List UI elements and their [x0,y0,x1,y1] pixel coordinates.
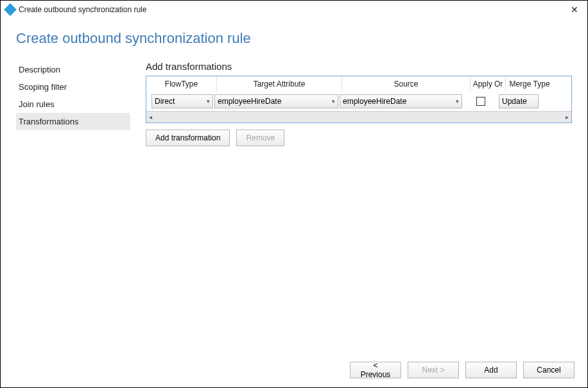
content: Create outbound synchronization rule Des… [1,19,587,146]
source-dropdown[interactable]: employeeHireDate ▾ [340,94,462,108]
next-button[interactable]: Next > [408,362,459,378]
target-attribute-dropdown[interactable]: employeeHireDate ▾ [214,94,338,108]
sidebar-item-join-rules[interactable]: Join rules [16,96,130,113]
transformations-table: FlowType Target Attribute Source Apply O… [146,76,572,123]
horizontal-scrollbar[interactable]: ◂ ▸ [146,111,571,122]
window-title: Create outbound synchronization rule [19,5,567,14]
app-icon [4,3,17,16]
sidebar-item-scoping-filter[interactable]: Scoping filter [16,78,130,96]
sidebar-item-transformations[interactable]: Transformations [16,113,130,130]
add-transformation-button[interactable]: Add transformation [146,130,230,146]
chevron-down-icon: ▾ [332,98,335,105]
flowtype-dropdown[interactable]: Direct ▾ [151,94,213,108]
col-flowtype[interactable]: FlowType [146,76,217,92]
chevron-down-icon: ▾ [456,98,459,105]
apply-once-cell [463,97,497,106]
table-row[interactable]: Direct ▾ employeeHireDate ▾ employeeHire… [146,92,571,111]
wizard-footer: < Previous Next > Add Cancel [350,362,575,378]
close-icon[interactable]: ✕ [567,3,582,16]
remove-button[interactable]: Remove [236,130,284,146]
cancel-button[interactable]: Cancel [523,362,575,378]
apply-once-checkbox[interactable] [476,97,485,106]
titlebar: Create outbound synchronization rule ✕ [1,1,587,19]
col-target-attribute[interactable]: Target Attribute [217,76,342,92]
col-merge-type[interactable]: Merge Type [506,76,553,92]
page-title: Create outbound synchronization rule [16,30,572,47]
sidebar: Description Scoping filter Join rules Tr… [16,61,130,146]
flowtype-value: Direct [155,97,205,106]
main-panel: Add transformations FlowType Target Attr… [130,61,572,146]
table-header: FlowType Target Attribute Source Apply O… [146,76,571,92]
col-apply-once[interactable]: Apply Or [471,76,506,92]
sidebar-item-description[interactable]: Description [16,61,130,78]
col-source[interactable]: Source [342,76,471,92]
previous-button[interactable]: < Previous [350,362,401,378]
scroll-left-icon[interactable]: ◂ [149,114,152,121]
target-attribute-value: employeeHireDate [218,97,331,106]
add-button[interactable]: Add [465,362,517,378]
merge-type-dropdown[interactable]: Update [499,94,539,108]
section-title: Add transformations [146,61,572,72]
scroll-right-icon[interactable]: ▸ [566,114,569,121]
source-value: employeeHireDate [343,97,454,106]
chevron-down-icon: ▾ [207,98,210,105]
merge-type-value: Update [502,97,527,106]
action-row: Add transformation Remove [146,130,572,146]
